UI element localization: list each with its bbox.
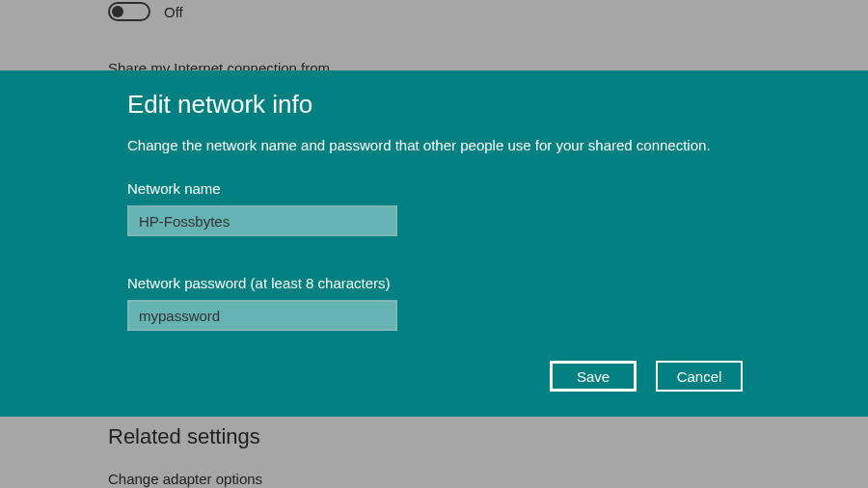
network-password-label: Network password (at least 8 characters): [127, 275, 743, 291]
network-name-label: Network name: [127, 180, 743, 197]
edit-network-dialog: Edit network info Change the network nam…: [0, 70, 868, 417]
dialog-subtitle: Change the network name and password tha…: [127, 137, 743, 153]
save-button[interactable]: Save: [550, 361, 637, 392]
dialog-title: Edit network info: [127, 90, 743, 120]
cancel-button[interactable]: Cancel: [656, 361, 743, 392]
network-password-input[interactable]: [127, 300, 397, 331]
network-name-input[interactable]: [127, 205, 397, 236]
